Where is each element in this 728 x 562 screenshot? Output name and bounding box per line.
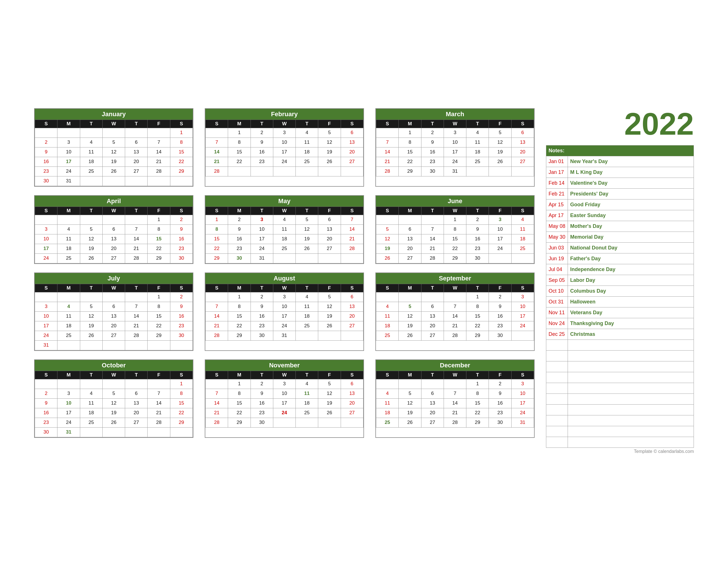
cal-day: 29 [228,418,251,427]
cal-day: 25 [80,418,102,427]
cal-day: 5 [102,389,125,398]
cal-day [421,215,444,225]
cal-day: 22 [228,321,251,331]
cal-day: 28 [444,418,466,427]
cal-day: 20 [341,147,363,157]
cal-day: 5 [399,389,421,398]
cal-day: 26 [80,254,102,263]
day-header: S [35,120,57,128]
cal-day: 9 [35,398,57,408]
cal-day: 5 [318,379,341,389]
day-header: S [35,284,57,292]
cal-day: 1 [170,128,193,138]
cal-day: 3 [35,225,57,234]
cal-day: 10 [273,389,295,398]
cal-day: 4 [57,225,80,234]
cal-day: 1 [228,128,251,138]
cal-day: 11 [511,225,534,234]
empty-cell [568,339,694,350]
day-header: W [444,371,466,379]
cal-day: 31 [251,254,273,263]
cal-day [376,292,399,302]
cal-day: 31 [444,167,466,176]
cal-day: 16 [35,408,57,418]
cal-day: 21 [444,321,466,331]
cal-day: 15 [228,147,251,157]
cal-day: 1 [148,292,170,302]
cal-day: 19 [489,147,511,157]
cal-day: 9 [170,225,193,234]
cal-day: 7 [376,138,399,147]
cal-day: 29 [170,167,193,176]
cal-day: 16 [170,311,193,321]
cal-day: 18 [57,321,80,331]
cal-day: 9 [228,225,251,234]
cal-day: 28 [444,331,466,340]
cal-day: 25 [296,321,318,331]
cal-day: 30 [251,331,273,340]
cal-day [489,167,511,176]
cal-day [148,427,170,437]
cal-day: 7 [206,389,228,398]
cal-day [444,379,466,389]
empty-cell [546,372,568,383]
cal-day: 6 [125,389,148,398]
cal-day [489,254,511,263]
cal-day: 28 [206,418,228,427]
cal-day: 12 [376,234,399,244]
cal-day [206,379,228,389]
cal-day: 14 [444,398,466,408]
cal-day: 13 [421,398,444,408]
cal-day: 11 [273,225,295,234]
cal-day: 13 [421,311,444,321]
day-header: S [206,371,228,379]
cal-day: 18 [296,311,318,321]
cal-day: 5 [80,302,102,311]
cal-day: 4 [273,215,295,225]
cal-day: 7 [148,138,170,147]
cal-day: 3 [273,128,295,138]
holiday-name: Good Friday [568,199,694,210]
cal-day: 11 [57,311,80,321]
month-december: DecemberSMTWTFS1234567891011121314151617… [375,359,535,438]
day-header: M [228,284,251,292]
month-header: November [205,360,363,371]
day-header: W [273,120,295,128]
cal-day: 26 [376,254,399,263]
holiday-date: May 08 [546,221,568,232]
cal-day [80,176,102,186]
cal-day: 10 [489,225,511,234]
cal-day: 3 [35,302,57,311]
holiday-name: New Year's Day [568,156,694,167]
empty-cell [568,372,694,383]
cal-day: 27 [421,418,444,427]
cal-day: 14 [444,311,466,321]
cal-day: 18 [57,244,80,254]
day-header: S [376,120,399,128]
cal-day [399,292,421,302]
empty-cell [546,393,568,404]
cal-day: 15 [228,311,251,321]
day-header: F [318,371,341,379]
cal-day: 28 [206,167,228,176]
holiday-name: Easter Sunday [568,210,694,221]
cal-day: 23 [170,321,193,331]
cal-day: 7 [206,302,228,311]
day-header: T [251,371,273,379]
cal-day: 21 [376,157,399,167]
cal-day: 24 [511,408,534,418]
cal-day: 11 [296,389,318,398]
cal-day: 4 [80,138,102,147]
month-header: March [376,109,534,120]
cal-day: 5 [80,225,102,234]
empty-cell [546,383,568,393]
cal-day [341,418,363,427]
cal-day: 3 [57,138,80,147]
holiday-name: Thanksgiving Day [568,318,694,329]
cal-day: 27 [102,254,125,263]
cal-day: 6 [421,389,444,398]
cal-day: 7 [421,225,444,234]
cal-day: 17 [273,311,295,321]
cal-day: 16 [489,311,511,321]
cal-day: 10 [511,302,534,311]
